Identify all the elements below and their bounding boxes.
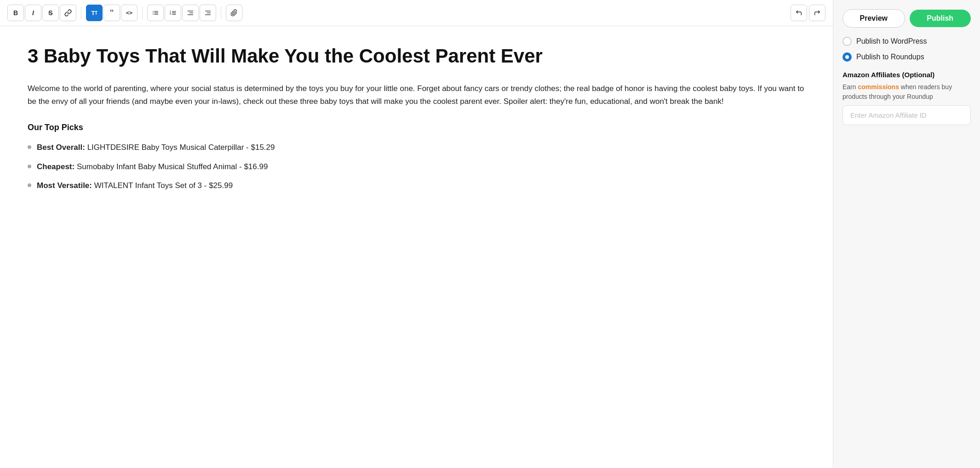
pick-label-3: Most Versatile: bbox=[37, 181, 92, 190]
attach-button[interactable] bbox=[226, 5, 242, 21]
list-item: Best Overall: LIGHTDESIRE Baby Toys Musi… bbox=[28, 142, 805, 154]
pick-label-1: Best Overall: bbox=[37, 143, 85, 152]
outdent-button[interactable] bbox=[182, 5, 199, 21]
publish-button[interactable]: Publish bbox=[910, 10, 971, 27]
svg-rect-3 bbox=[154, 12, 158, 13]
undo-redo-group bbox=[791, 5, 825, 21]
preview-button[interactable]: Preview bbox=[842, 9, 905, 28]
article-body: Welcome to the world of parenting, where… bbox=[28, 82, 805, 108]
italic-button[interactable]: I bbox=[25, 5, 41, 21]
list-item-content: Cheapest: Sumobaby Infant Baby Musical S… bbox=[37, 161, 268, 173]
indent-button[interactable] bbox=[200, 5, 216, 21]
text-format-buttons: TT " <> bbox=[86, 5, 138, 21]
svg-rect-1 bbox=[154, 11, 158, 11]
link-button[interactable] bbox=[60, 5, 76, 21]
code-button[interactable]: <> bbox=[121, 5, 138, 21]
list-unordered-button[interactable] bbox=[147, 5, 164, 21]
publish-wordpress-option[interactable]: Publish to WordPress bbox=[842, 37, 971, 46]
picks-list: Best Overall: LIGHTDESIRE Baby Toys Musi… bbox=[28, 142, 805, 192]
list-item-content: Best Overall: LIGHTDESIRE Baby Toys Musi… bbox=[37, 142, 275, 154]
pick-text-2: Sumobaby Infant Baby Musical Stuffed Ani… bbox=[77, 162, 268, 171]
affiliates-title: Amazon Affiliates (Optional) bbox=[842, 71, 971, 79]
list-buttons: 1.2.3. bbox=[147, 5, 216, 21]
svg-rect-9 bbox=[172, 12, 176, 13]
toolbar: B I S TT " <> 1.2.3. bbox=[0, 0, 833, 26]
svg-rect-5 bbox=[154, 14, 158, 15]
affiliates-description: Earn commissions when readers buy produc… bbox=[842, 82, 971, 102]
svg-text:3.: 3. bbox=[170, 13, 171, 15]
redo-button[interactable] bbox=[809, 5, 825, 21]
publish-wordpress-label: Publish to WordPress bbox=[856, 37, 927, 46]
radio-roundups[interactable] bbox=[842, 52, 852, 62]
editor-area: B I S TT " <> 1.2.3. bbox=[0, 0, 833, 468]
separator-2 bbox=[142, 6, 143, 19]
svg-rect-4 bbox=[153, 14, 154, 15]
article-title: 3 Baby Toys That Will Make You the Coole… bbox=[28, 45, 805, 68]
list-ordered-button[interactable]: 1.2.3. bbox=[165, 5, 181, 21]
format-buttons: B I S bbox=[7, 5, 76, 21]
editor-content[interactable]: 3 Baby Toys That Will Make You the Coole… bbox=[0, 26, 833, 468]
affiliates-desc-before: Earn bbox=[842, 83, 858, 91]
affiliates-section: Amazon Affiliates (Optional) Earn commis… bbox=[842, 71, 971, 125]
sidebar-header: Preview Publish bbox=[842, 9, 971, 28]
separator-1 bbox=[81, 6, 81, 19]
text-size-button[interactable]: TT bbox=[86, 5, 103, 21]
commissions-link[interactable]: commissions bbox=[858, 83, 899, 91]
radio-wordpress[interactable] bbox=[842, 37, 852, 46]
quote-button[interactable]: " bbox=[103, 5, 120, 21]
list-item: Cheapest: Sumobaby Infant Baby Musical S… bbox=[28, 161, 805, 173]
svg-rect-11 bbox=[172, 14, 176, 15]
bold-button[interactable]: B bbox=[7, 5, 24, 21]
list-item: Most Versatile: WITALENT Infant Toys Set… bbox=[28, 180, 805, 192]
undo-button[interactable] bbox=[791, 5, 807, 21]
publish-options: Publish to WordPress Publish to Roundups bbox=[842, 37, 971, 62]
svg-rect-2 bbox=[153, 12, 154, 13]
svg-rect-0 bbox=[153, 11, 154, 11]
pick-text-1: LIGHTDESIRE Baby Toys Musical Caterpilla… bbox=[87, 143, 275, 152]
separator-3 bbox=[221, 6, 221, 19]
top-picks-heading: Our Top Picks bbox=[28, 123, 805, 132]
pick-label-2: Cheapest: bbox=[37, 162, 75, 171]
pick-text-3: WITALENT Infant Toys Set of 3 - $25.99 bbox=[94, 181, 233, 190]
publish-roundups-label: Publish to Roundups bbox=[856, 53, 924, 61]
publish-roundups-option[interactable]: Publish to Roundups bbox=[842, 52, 971, 62]
affiliate-id-input[interactable] bbox=[842, 105, 971, 125]
svg-rect-7 bbox=[172, 11, 176, 11]
strikethrough-button[interactable]: S bbox=[42, 5, 59, 21]
sidebar: Preview Publish Publish to WordPress Pub… bbox=[833, 0, 980, 468]
list-item-content: Most Versatile: WITALENT Infant Toys Set… bbox=[37, 180, 233, 192]
